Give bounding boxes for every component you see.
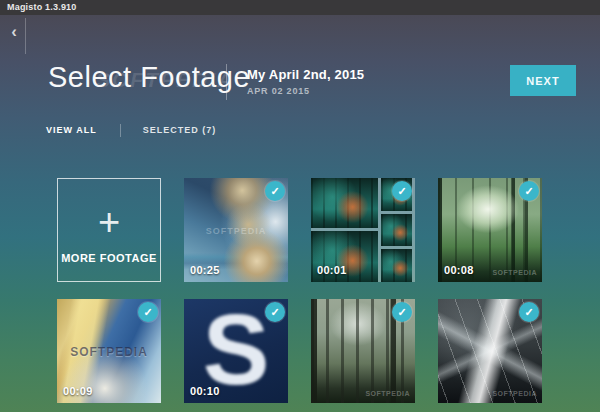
clip-duration: 00:01 [317,264,347,276]
thumb-watermark: SOFTPEDIA [492,269,537,276]
selected-check-badge[interactable]: ✓ [392,302,412,322]
album-info: My April 2nd, 2015 APR 02 2015 [247,67,364,96]
select-footage-screen: ‹ Select Footage SOFTPEDIA® My April 2nd… [0,15,600,412]
collage-frame [311,178,378,228]
next-button[interactable]: NEXT [510,65,576,96]
collage-frame [381,249,412,282]
collage-frame [381,214,412,247]
header-divider [226,64,227,100]
softpedia-watermark: SOFTPEDIA® [96,68,242,92]
tab-view-all[interactable]: VIEW ALL [46,125,97,135]
selected-check-badge[interactable]: ✓ [519,302,539,322]
letter-s-graphic: S [203,299,270,399]
more-footage-label: MORE FOOTAGE [58,252,160,264]
clip-tile-foggy-forest[interactable]: ✓ SOFTPEDIA [311,299,415,403]
footage-grid: + MORE FOOTAGE ✓ SOFTPEDIA 00:25 ✓ 00:01 [57,178,542,403]
clip-duration: 00:09 [63,385,93,397]
selected-check-badge[interactable]: ✓ [265,181,285,201]
magisto-window: Magisto 1.3.910 ‹ Select Footage SOFTPED… [0,0,600,412]
thumb-watermark: SOFTPEDIA [184,226,288,236]
clip-duration: 00:10 [190,385,220,397]
clip-duration: 00:08 [444,264,474,276]
selected-check-badge[interactable]: ✓ [265,302,285,322]
check-icon: ✓ [270,307,279,318]
clip-tile-map-aerial[interactable]: ✓ SOFTPEDIA 00:09 [57,299,161,403]
more-footage-tile[interactable]: + MORE FOOTAGE [57,178,161,282]
selected-check-badge[interactable]: ✓ [138,302,158,322]
window-titlebar: Magisto 1.3.910 [0,0,600,15]
tab-divider [120,124,121,137]
thumb-watermark: SOFTPEDIA [492,390,537,397]
clip-tile-forest-collage[interactable]: ✓ 00:01 [311,178,415,282]
album-title: My April 2nd, 2015 [247,67,364,82]
check-icon: ✓ [524,186,533,197]
check-icon: ✓ [270,186,279,197]
selected-check-badge[interactable]: ✓ [392,181,412,201]
thumb-watermark: SOFTPEDIA [365,390,410,397]
check-icon: ✓ [397,307,406,318]
clip-duration: 00:25 [190,264,220,276]
clip-tile-misty-forest[interactable]: ✓ SOFTPEDIA 00:08 [438,178,542,282]
plus-icon: + [98,203,120,241]
clip-tile-coastline[interactable]: ✓ SOFTPEDIA 00:25 [184,178,288,282]
back-divider [25,18,26,54]
back-button[interactable]: ‹ [5,19,23,45]
window-title: Magisto 1.3.910 [7,2,77,12]
thumb-watermark: SOFTPEDIA [57,345,161,359]
selected-check-badge[interactable]: ✓ [519,181,539,201]
clip-tile-letter-s[interactable]: S ✓ 00:10 [184,299,288,403]
chevron-left-icon: ‹ [11,22,17,41]
check-icon: ✓ [524,307,533,318]
check-icon: ✓ [143,307,152,318]
album-date: APR 02 2015 [247,86,364,96]
footage-tabs: VIEW ALL SELECTED (7) [46,122,216,138]
check-icon: ✓ [397,186,406,197]
clip-tile-frosty-thorns[interactable]: ✓ SOFTPEDIA [438,299,542,403]
tab-selected[interactable]: SELECTED (7) [143,125,217,135]
